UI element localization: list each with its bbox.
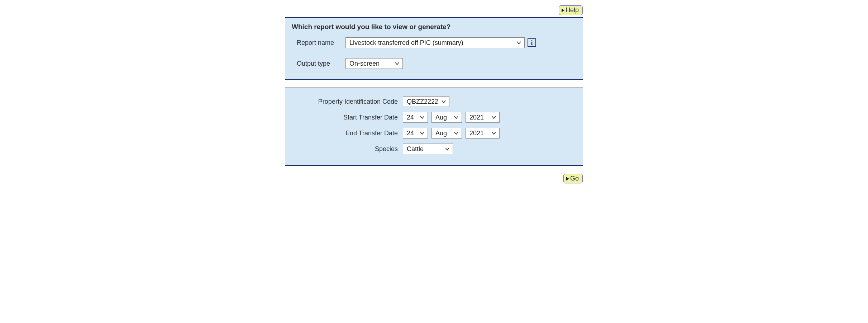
go-button-label: Go (570, 175, 579, 182)
bottom-toolbar: Go (285, 174, 583, 183)
end-month-select[interactable]: Aug (431, 128, 462, 139)
play-icon (566, 177, 569, 181)
species-label: Species (292, 145, 403, 153)
info-icon-letter: i (531, 39, 533, 46)
report-name-select[interactable]: Livestock transferred off PIC (summary) (345, 37, 525, 48)
start-day-select[interactable]: 24 (403, 112, 428, 123)
end-day-select[interactable]: 24 (403, 128, 428, 139)
svg-marker-1 (566, 177, 569, 181)
help-button-label: Help (566, 6, 579, 14)
species-select[interactable]: Cattle (403, 144, 453, 154)
end-date-label: End Transfer Date (292, 130, 403, 137)
report-name-label: Report name (292, 39, 345, 47)
start-month-select[interactable]: Aug (431, 112, 462, 123)
pic-label: Property Identification Code (292, 98, 403, 106)
panel-title: Which report would you like to view or g… (292, 23, 576, 31)
output-type-select[interactable]: On-screen (345, 58, 403, 69)
go-button[interactable]: Go (563, 174, 583, 183)
end-year-select[interactable]: 2021 (466, 128, 500, 139)
report-select-panel: Which report would you like to view or g… (285, 17, 583, 80)
report-params-panel: Property Identification Code QBZZ2222 St… (285, 88, 583, 166)
start-year-select[interactable]: 2021 (466, 112, 500, 123)
top-toolbar: Help (285, 5, 583, 15)
help-button[interactable]: Help (559, 5, 583, 15)
pic-select[interactable]: QBZZ2222 (403, 96, 449, 107)
start-date-label: Start Transfer Date (292, 114, 403, 121)
play-icon (561, 8, 565, 13)
svg-marker-0 (562, 9, 564, 12)
output-type-label: Output type (292, 60, 345, 67)
info-icon[interactable]: i (528, 38, 536, 47)
